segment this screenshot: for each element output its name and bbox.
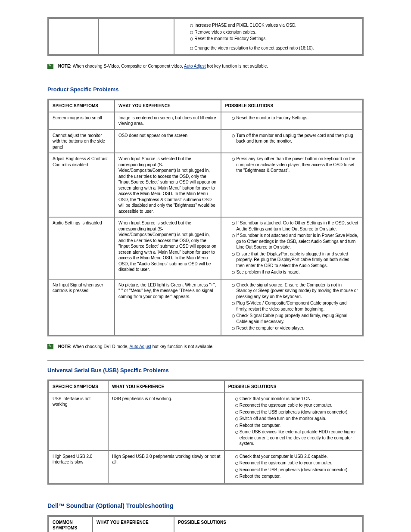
list-item: Press any key other than the power butto… (232, 156, 358, 174)
divider (47, 496, 364, 496)
cell: When Input Source is selected but the co… (115, 153, 221, 217)
heading-product-specific-problems: Product Specific Problems (47, 86, 364, 93)
top-fragment-table: Increase PHASE and PIXEL CLOCK values vi… (47, 17, 364, 56)
list-item: Check that your monitor is turned ON. (235, 396, 358, 402)
cell: Check that your computer is USB 2.0 capa… (224, 451, 362, 483)
note-text: When choosing S-Video, Composite or Comp… (73, 64, 184, 68)
divider (47, 361, 364, 361)
solution-list: Reset the monitor to Factory Settings. (232, 115, 358, 121)
cell: When Input Source is selected but the co… (115, 217, 221, 279)
list-item: Reboot the computer. (235, 473, 358, 479)
table-header-row: SPECIFIC SYMPTOMS WHAT YOU EXPERIENCE PO… (49, 100, 362, 112)
note-icon (47, 64, 53, 69)
cell: Check the signal source. Ensure the Comp… (221, 279, 362, 335)
cell: USB interface is not working (49, 393, 108, 451)
col-header: POSSIBLE SOLUTIONS (221, 100, 362, 112)
solution-list: Check the signal source. Ensure the Comp… (232, 282, 358, 331)
list-item: Check the signal source. Ensure the Comp… (232, 282, 358, 300)
list-item: Reset the monitor to Factory Settings. (232, 115, 358, 121)
col-header: WHAT YOU EXPERIENCE (115, 100, 221, 112)
list-item: If Soundbar is not attached and monitor … (232, 233, 358, 250)
list-item: Reset the computer or video player. (232, 325, 358, 331)
note-icon (47, 344, 53, 349)
table-row: USB interface is not working USB periphe… (49, 393, 362, 451)
list-item: Check Signal Cable plug properly and fir… (232, 313, 358, 324)
cell: OSD does not appear on the screen. (115, 130, 221, 153)
col-header: WHAT YOU EXPERIENCE (93, 516, 174, 532)
table-row: No Input Signal when user controls is pr… (49, 279, 362, 335)
psp-table: SPECIFIC SYMPTOMS WHAT YOU EXPERIENCE PO… (47, 99, 364, 336)
list-item: Reset the monitor to Factory Settings. (190, 36, 358, 42)
table-row: Screen image is too small Image is cente… (49, 112, 362, 130)
cell: Reset the monitor to Factory Settings. (221, 112, 362, 130)
auto-adjust-link[interactable]: Auto Adjust (129, 344, 151, 349)
col-header: WHAT YOU EXPERIENCE (108, 381, 224, 393)
table-header-row: SPECIFIC SYMPTOMS WHAT YOU EXPERIENCE PO… (49, 381, 362, 393)
cell: Turn off the monitor and unplug the powe… (221, 130, 362, 153)
cell: Audio Settings is disabled (49, 217, 115, 279)
solution-list: Check that your monitor is turned ON. Re… (235, 396, 358, 447)
list-item: Reconnect the USB peripherals (downstrea… (235, 467, 358, 473)
list-item: Reconnect the USB peripherals (downstrea… (235, 409, 358, 415)
solution-sublist: Increase PHASE and PIXEL CLOCK values vi… (190, 22, 358, 51)
cell: Adjust Brightness & Contrast Control is … (49, 153, 115, 217)
list-item: Reconnect the upstream cable to your com… (235, 402, 358, 408)
cell: Image is centered on screen, but does no… (115, 112, 221, 130)
note-text: When choosing DVI-D mode, (73, 344, 130, 349)
col-header: POSSIBLE SOLUTIONS (224, 381, 362, 393)
list-item: Plug S-Video / Composite/Component Cable… (232, 300, 358, 312)
page: Increase PHASE and PIXEL CLOCK values vi… (0, 0, 411, 532)
list-item: Reconnect the upstream cable to your com… (235, 460, 358, 466)
col-header: COMMON SYMPTOMS (49, 516, 93, 532)
list-item: See problem if no Audio is heard. (232, 269, 358, 275)
list-item: If Soundbar is attached. Go to Other Set… (232, 220, 358, 232)
list-item: Check that your computer is USB 2.0 capa… (235, 454, 358, 460)
table-row: Increase PHASE and PIXEL CLOCK values vi… (49, 19, 362, 55)
table-row: High Speed USB 2.0 interface is slow Hig… (49, 451, 362, 483)
cell: Increase PHASE and PIXEL CLOCK values vi… (174, 19, 362, 55)
list-item: Reboot the computer. (235, 423, 358, 429)
note-text-after: hot key function is not available. (153, 344, 214, 349)
cell: High Speed USB 2.0 peripherals working s… (108, 451, 224, 483)
solution-list: Turn off the monitor and unplug the powe… (232, 133, 358, 144)
table-header-row: COMMON SYMPTOMS WHAT YOU EXPERIENCE POSS… (49, 516, 362, 532)
cell: Press any key other than the power butto… (221, 153, 362, 217)
cell: USB peripherals is not working. (108, 393, 224, 451)
usb-table: SPECIFIC SYMPTOMS WHAT YOU EXPERIENCE PO… (47, 380, 364, 485)
cell: If Soundbar is attached. Go to Other Set… (221, 217, 362, 279)
heading-usb-problems: Universal Serial Bus (USB) Specific Prob… (47, 367, 364, 373)
list-item: Switch off and then turn on the monitor … (235, 416, 358, 422)
note-prefix: NOTE: (58, 64, 73, 68)
table-row: Adjust Brightness & Contrast Control is … (49, 153, 362, 217)
note-text-after: hot key function is not available. (207, 64, 268, 68)
table-row: Cannot adjust the monitor with the butto… (49, 130, 362, 153)
cell: High Speed USB 2.0 interface is slow (49, 451, 108, 483)
solution-list: If Soundbar is attached. Go to Other Set… (232, 220, 358, 275)
cell: No Input Signal when user controls is pr… (49, 279, 115, 335)
list-item: Turn off the monitor and unplug the powe… (232, 133, 358, 144)
auto-adjust-link[interactable]: Auto Adjust (184, 64, 206, 68)
cell: Cannot adjust the monitor with the butto… (49, 130, 115, 153)
heading-soundbar-troubleshooting: Dell™ Soundbar (Optional) Troubleshootin… (47, 502, 364, 509)
note-dvi: NOTE: When choosing DVI-D mode, Auto Adj… (47, 344, 364, 349)
list-item: Change the video resolution to the corre… (190, 45, 358, 51)
cell (99, 19, 174, 55)
solution-list: Check that your computer is USB 2.0 capa… (235, 454, 358, 479)
soundbar-table: COMMON SYMPTOMS WHAT YOU EXPERIENCE POSS… (47, 515, 364, 532)
list-item: Ensure that the DisplayPort cable is plu… (232, 251, 358, 269)
table-row: Audio Settings is disabled When Input So… (49, 217, 362, 279)
cell: No picture, the LED light is Green. When… (115, 279, 221, 335)
solution-list: Press any key other than the power butto… (232, 156, 358, 174)
col-header: SPECIFIC SYMPTOMS (49, 381, 108, 393)
cell (49, 19, 99, 55)
note-prefix: NOTE: (58, 344, 73, 349)
list-item: Remove video extension cables. (190, 29, 358, 35)
col-header: SPECIFIC SYMPTOMS (49, 100, 115, 112)
list-item: Some USB devices like external portable … (235, 429, 358, 447)
note-video: NOTE: When choosing S-Video, Composite o… (47, 64, 364, 69)
list-item: Increase PHASE and PIXEL CLOCK values vi… (190, 22, 358, 28)
cell: Check that your monitor is turned ON. Re… (224, 393, 362, 451)
col-header: POSSIBLE SOLUTIONS (174, 516, 362, 532)
cell: Screen image is too small (49, 112, 115, 130)
